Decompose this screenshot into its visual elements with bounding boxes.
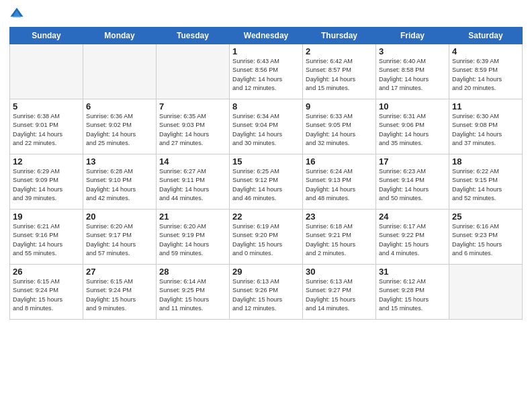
day-cell [449, 265, 523, 320]
day-info: Sunrise: 6:12 AM Sunset: 9:28 PM Dayligh… [379, 277, 446, 313]
day-info: Sunrise: 6:17 AM Sunset: 9:22 PM Dayligh… [379, 222, 446, 258]
day-cell: 25Sunrise: 6:16 AM Sunset: 9:23 PM Dayli… [449, 210, 523, 265]
day-cell: 11Sunrise: 6:30 AM Sunset: 9:08 PM Dayli… [449, 99, 523, 154]
week-row-2: 5Sunrise: 6:38 AM Sunset: 9:01 PM Daylig… [10, 99, 523, 154]
day-number: 30 [306, 267, 373, 277]
weekday-header-row: SundayMondayTuesdayWednesdayThursdayFrid… [10, 28, 523, 44]
day-number: 2 [306, 46, 373, 56]
day-info: Sunrise: 6:29 AM Sunset: 9:09 PM Dayligh… [13, 167, 80, 203]
day-cell: 4Sunrise: 6:39 AM Sunset: 8:59 PM Daylig… [449, 44, 523, 99]
day-cell: 9Sunrise: 6:33 AM Sunset: 9:05 PM Daylig… [303, 99, 376, 154]
day-cell: 26Sunrise: 6:15 AM Sunset: 9:24 PM Dayli… [10, 265, 83, 320]
day-number: 28 [159, 267, 226, 277]
day-cell: 29Sunrise: 6:13 AM Sunset: 9:26 PM Dayli… [230, 265, 303, 320]
day-info: Sunrise: 6:25 AM Sunset: 9:12 PM Dayligh… [232, 167, 300, 203]
day-info: Sunrise: 6:15 AM Sunset: 9:24 PM Dayligh… [13, 277, 80, 313]
day-number: 15 [232, 156, 300, 167]
day-number: 27 [86, 267, 153, 277]
day-cell: 1Sunrise: 6:43 AM Sunset: 8:56 PM Daylig… [230, 44, 303, 99]
day-info: Sunrise: 6:31 AM Sunset: 9:06 PM Dayligh… [379, 112, 446, 148]
day-info: Sunrise: 6:22 AM Sunset: 9:15 PM Dayligh… [452, 167, 519, 203]
page: SundayMondayTuesdayWednesdayThursdayFrid… [0, 0, 532, 411]
day-cell: 18Sunrise: 6:22 AM Sunset: 9:15 PM Dayli… [449, 154, 523, 210]
weekday-header-tuesday: Tuesday [157, 28, 230, 44]
weekday-header-wednesday: Wednesday [230, 28, 303, 44]
day-number: 3 [379, 46, 446, 56]
day-number: 4 [452, 46, 519, 56]
day-info: Sunrise: 6:34 AM Sunset: 9:04 PM Dayligh… [232, 112, 300, 148]
day-cell: 12Sunrise: 6:29 AM Sunset: 9:09 PM Dayli… [10, 154, 83, 210]
day-cell: 10Sunrise: 6:31 AM Sunset: 9:06 PM Dayli… [376, 99, 449, 154]
weekday-header-friday: Friday [376, 28, 449, 44]
day-cell: 3Sunrise: 6:40 AM Sunset: 8:58 PM Daylig… [376, 44, 449, 99]
logo-icon [9, 7, 24, 21]
day-info: Sunrise: 6:35 AM Sunset: 9:03 PM Dayligh… [159, 112, 226, 148]
day-info: Sunrise: 6:20 AM Sunset: 9:19 PM Dayligh… [159, 222, 226, 258]
day-cell: 13Sunrise: 6:28 AM Sunset: 9:10 PM Dayli… [83, 154, 157, 210]
day-cell: 14Sunrise: 6:27 AM Sunset: 9:11 PM Dayli… [157, 154, 230, 210]
day-cell: 31Sunrise: 6:12 AM Sunset: 9:28 PM Dayli… [376, 265, 449, 320]
weekday-header-saturday: Saturday [449, 28, 523, 44]
day-info: Sunrise: 6:40 AM Sunset: 8:58 PM Dayligh… [379, 57, 446, 93]
calendar-table: SundayMondayTuesdayWednesdayThursdayFrid… [9, 27, 523, 320]
day-cell [10, 44, 83, 99]
day-cell: 15Sunrise: 6:25 AM Sunset: 9:12 PM Dayli… [230, 154, 303, 210]
day-info: Sunrise: 6:13 AM Sunset: 9:26 PM Dayligh… [232, 277, 300, 313]
day-number: 31 [379, 267, 446, 277]
day-number: 20 [86, 212, 153, 222]
day-cell: 2Sunrise: 6:42 AM Sunset: 8:57 PM Daylig… [303, 44, 376, 99]
day-number: 9 [306, 101, 373, 111]
day-cell: 7Sunrise: 6:35 AM Sunset: 9:03 PM Daylig… [157, 99, 230, 154]
day-cell: 21Sunrise: 6:20 AM Sunset: 9:19 PM Dayli… [157, 210, 230, 265]
day-info: Sunrise: 6:43 AM Sunset: 8:56 PM Dayligh… [232, 57, 300, 93]
day-info: Sunrise: 6:14 AM Sunset: 9:25 PM Dayligh… [159, 277, 226, 313]
day-number: 22 [232, 212, 300, 222]
weekday-header-thursday: Thursday [303, 28, 376, 44]
day-number: 17 [379, 156, 446, 167]
day-number: 10 [379, 101, 446, 111]
day-cell: 27Sunrise: 6:15 AM Sunset: 9:24 PM Dayli… [83, 265, 157, 320]
weekday-header-monday: Monday [83, 28, 157, 44]
day-cell: 23Sunrise: 6:18 AM Sunset: 9:21 PM Dayli… [303, 210, 376, 265]
day-number: 16 [306, 156, 373, 167]
day-info: Sunrise: 6:39 AM Sunset: 8:59 PM Dayligh… [452, 57, 519, 93]
day-cell: 20Sunrise: 6:20 AM Sunset: 9:17 PM Dayli… [83, 210, 157, 265]
day-info: Sunrise: 6:28 AM Sunset: 9:10 PM Dayligh… [86, 167, 153, 203]
day-number: 11 [452, 101, 519, 111]
day-cell: 16Sunrise: 6:24 AM Sunset: 9:13 PM Dayli… [303, 154, 376, 210]
day-number: 8 [232, 101, 300, 111]
day-info: Sunrise: 6:30 AM Sunset: 9:08 PM Dayligh… [452, 112, 519, 148]
day-cell: 8Sunrise: 6:34 AM Sunset: 9:04 PM Daylig… [230, 99, 303, 154]
logo [9, 7, 27, 21]
day-number: 26 [13, 267, 80, 277]
day-info: Sunrise: 6:23 AM Sunset: 9:14 PM Dayligh… [379, 167, 446, 203]
day-info: Sunrise: 6:38 AM Sunset: 9:01 PM Dayligh… [13, 112, 80, 148]
day-info: Sunrise: 6:21 AM Sunset: 9:16 PM Dayligh… [13, 222, 80, 258]
day-info: Sunrise: 6:36 AM Sunset: 9:02 PM Dayligh… [86, 112, 153, 148]
day-number: 7 [159, 101, 226, 111]
day-number: 21 [159, 212, 226, 222]
day-number: 23 [306, 212, 373, 222]
day-cell: 17Sunrise: 6:23 AM Sunset: 9:14 PM Dayli… [376, 154, 449, 210]
day-number: 1 [232, 46, 300, 56]
week-row-3: 12Sunrise: 6:29 AM Sunset: 9:09 PM Dayli… [10, 154, 523, 210]
day-number: 25 [452, 212, 519, 222]
header [9, 7, 523, 21]
day-cell: 22Sunrise: 6:19 AM Sunset: 9:20 PM Dayli… [230, 210, 303, 265]
day-cell: 19Sunrise: 6:21 AM Sunset: 9:16 PM Dayli… [10, 210, 83, 265]
weekday-header-sunday: Sunday [10, 28, 83, 44]
day-number: 29 [232, 267, 300, 277]
day-cell: 5Sunrise: 6:38 AM Sunset: 9:01 PM Daylig… [10, 99, 83, 154]
day-info: Sunrise: 6:42 AM Sunset: 8:57 PM Dayligh… [306, 57, 373, 93]
day-cell: 30Sunrise: 6:13 AM Sunset: 9:27 PM Dayli… [303, 265, 376, 320]
week-row-1: 1Sunrise: 6:43 AM Sunset: 8:56 PM Daylig… [10, 44, 523, 99]
day-number: 13 [86, 156, 153, 167]
day-cell: 24Sunrise: 6:17 AM Sunset: 9:22 PM Dayli… [376, 210, 449, 265]
day-number: 14 [159, 156, 226, 167]
day-number: 24 [379, 212, 446, 222]
day-info: Sunrise: 6:20 AM Sunset: 9:17 PM Dayligh… [86, 222, 153, 258]
day-number: 5 [13, 101, 80, 111]
day-number: 19 [13, 212, 80, 222]
day-info: Sunrise: 6:19 AM Sunset: 9:20 PM Dayligh… [232, 222, 300, 258]
day-number: 12 [13, 156, 80, 167]
